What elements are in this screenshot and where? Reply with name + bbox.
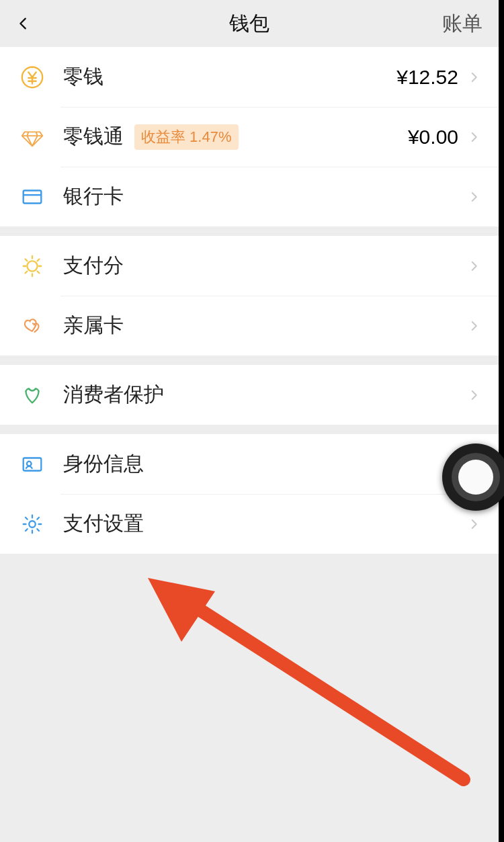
annotation-arrow [128,571,477,793]
svg-point-4 [27,261,37,271]
group-account: 身份信息 支付设置 [0,434,499,554]
row-value: ¥0.00 [408,126,458,149]
page-title: 钱包 [229,10,269,38]
group-pay-extras: 支付分 亲属卡 [0,236,499,355]
row-identity[interactable]: 身份信息 [0,434,499,494]
row-label: 支付分 [63,252,124,280]
chevron-right-icon [468,513,480,535]
card-icon [19,183,46,210]
svg-marker-1 [22,132,42,146]
svg-point-6 [27,461,32,466]
sun-icon [19,253,46,280]
row-label: 消费者保护 [63,381,164,409]
chevron-right-icon [468,255,480,277]
header: 钱包 账单 [0,0,499,47]
row-pay-settings[interactable]: 支付设置 [0,494,499,554]
bills-link[interactable]: 账单 [442,10,482,38]
chevron-right-icon [468,315,480,337]
row-label: 支付设置 [63,510,144,538]
row-family-card[interactable]: 亲属卡 [0,296,499,355]
hearts-icon [19,312,46,339]
svg-marker-9 [148,578,215,642]
yield-badge: 收益率 1.47% [134,124,239,150]
svg-point-7 [29,521,36,528]
chevron-right-icon [468,126,480,148]
chevron-right-icon [468,67,480,88]
group-balance: 零钱 ¥12.52 零钱通 收益率 1.47% ¥0.00 [0,47,499,226]
gear-icon [19,511,46,538]
row-balance[interactable]: 零钱 ¥12.52 [0,47,499,107]
id-card-icon [19,451,46,478]
yen-coin-icon [19,64,46,91]
row-cards[interactable]: 银行卡 [0,167,499,226]
row-lqt[interactable]: 零钱通 收益率 1.47% ¥0.00 [0,107,499,167]
row-label: 零钱 [63,63,103,91]
svg-rect-2 [24,190,42,203]
group-protection: 消费者保护 [0,365,499,425]
row-value: ¥12.52 [396,66,458,89]
row-protection[interactable]: 消费者保护 [0,365,499,425]
row-label: 亲属卡 [63,312,124,339]
hands-shield-icon [19,382,46,409]
assistive-touch-button[interactable] [442,444,504,511]
row-pay-score[interactable]: 支付分 [0,236,499,296]
chevron-right-icon [468,186,480,208]
row-label: 银行卡 [63,183,124,210]
chevron-right-icon [468,384,480,406]
row-label: 身份信息 [63,450,144,478]
svg-line-8 [181,598,464,780]
row-label: 零钱通 [63,123,124,151]
back-button[interactable] [16,10,43,37]
diamond-icon [19,124,46,151]
